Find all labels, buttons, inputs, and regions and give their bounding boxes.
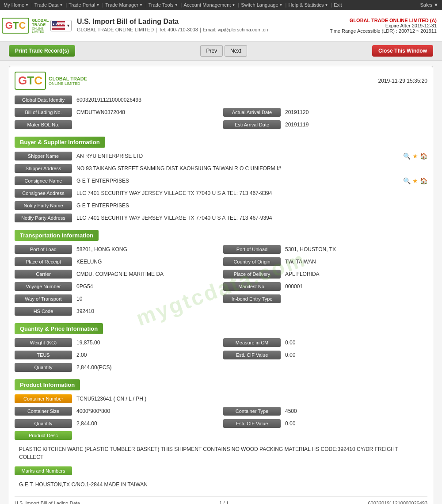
close-button[interactable]: Close This Window xyxy=(372,45,433,57)
record-header: G T C GLOBAL TRADE ONLINE LIMITED 2019-1… xyxy=(15,72,427,90)
container-size-type-row: Container Size 4000*900*800 Container Ty… xyxy=(15,406,427,416)
carrier-field: Carrier CMDU, COMPAGNIE MARITIME DA xyxy=(15,269,219,279)
consignee-search-icon[interactable]: 🔍 xyxy=(403,177,411,184)
shipper-home-icon[interactable]: 🏠 xyxy=(420,153,427,160)
place-delivery-field: Place of Delivery APL FLORIDA xyxy=(223,269,427,279)
nav-arrow: ▼ xyxy=(139,3,143,7)
nav-trade-data[interactable]: Trade Data ▼ xyxy=(34,2,63,8)
shipper-name-value: AN RYU ENTERPRISE LTD xyxy=(72,151,400,161)
prod-cif-value: 0.00 xyxy=(281,419,427,428)
nav-help-stats[interactable]: Help & Statistics ▼ xyxy=(288,2,328,8)
product-desc-label: Product Desc xyxy=(15,431,72,440)
nav-switch-lang[interactable]: Switch Language ▼ xyxy=(241,2,282,8)
country-origin-label: Country of Origin xyxy=(223,257,281,266)
port-unload-label: Port of Unload xyxy=(223,245,281,254)
nav-arrow: ▼ xyxy=(96,3,99,7)
teus-cif-row: TEUS 2.00 Esti. CIF Value 0.00 xyxy=(15,350,427,360)
country-origin-value: TW, TAIWAN xyxy=(281,257,427,267)
nav-arrow: ▼ xyxy=(25,3,29,7)
shipper-name-label: Shipper Name xyxy=(15,152,72,160)
shipper-address-row: Shipper Address NO 93 TAIKANG STREET SAN… xyxy=(15,164,427,173)
nav-trade-manager[interactable]: Trade Manager ▼ xyxy=(105,2,143,8)
shipper-search-icon[interactable]: 🔍 xyxy=(403,153,411,160)
way-transport-field: Way of Transport 10 xyxy=(15,294,219,304)
manifest-label: Manifest No. xyxy=(223,282,281,291)
teus-value: 2.00 xyxy=(72,350,219,360)
prev-button[interactable]: Prev xyxy=(200,45,223,57)
weight-label: Weight (KG) xyxy=(15,338,72,347)
materbol-estiarrival-row: Mater BOL No. Esti Arrival Date 20191119 xyxy=(15,120,427,130)
voyage-number-value: 0PG54 xyxy=(72,282,219,291)
record-footer: U.S. Import Bill of Lading Data 1 / 1 60… xyxy=(15,496,427,504)
container-number-label: Container Number xyxy=(15,394,72,403)
flag-selector[interactable]: ★★★★★★★★★★★★★★★★★★★★★★★★★★★★★★★★★★★★★★★★… xyxy=(50,20,72,31)
shipper-name-row: Shipper Name AN RYU ENTERPRISE LTD 🔍 ★ 🏠 xyxy=(15,151,427,161)
next-button[interactable]: Next xyxy=(225,45,247,57)
nav-exit[interactable]: Exit xyxy=(334,2,342,8)
nav-trade-portal[interactable]: Trade Portal ▼ xyxy=(69,2,99,8)
global-data-identity-row: Global Data Identity 6003201911210000026… xyxy=(15,95,427,105)
country-origin-field: Country of Origin TW, TAIWAN xyxy=(223,257,427,267)
place-delivery-label: Place of Delivery xyxy=(223,270,281,279)
buyer-supplier-header: Buyer & Supplier Information xyxy=(15,137,105,148)
notify-party-name-value: G E T ENTERPRISES xyxy=(72,201,427,210)
mater-bol-value xyxy=(72,123,219,126)
consignee-name-label: Consignee Name xyxy=(15,176,72,185)
consignee-star-icon[interactable]: ★ xyxy=(412,177,418,184)
bol-arrival-row: Bill of Lading No. CMDUTWN0372048 Actual… xyxy=(15,107,427,117)
expire-date: Expire After 2019-12-31 xyxy=(330,23,437,28)
measure-field: Measure in CM 0.00 xyxy=(223,338,427,347)
manifest-field: Manifest No. 000001 xyxy=(223,282,427,291)
esti-arrival-field: Esti Arrival Date 20191119 xyxy=(223,120,427,130)
nav-arrow: ▼ xyxy=(59,3,63,7)
in-bond-label: In-bond Entry Type xyxy=(223,294,281,303)
shipper-star-icon[interactable]: ★ xyxy=(412,153,418,160)
prod-quantity-cif-row: Quantity 2,844.00 Esti. CIF Value 0.00 xyxy=(15,419,427,428)
esti-arrival-value: 20191119 xyxy=(281,120,427,130)
manifest-value: 000001 xyxy=(281,282,427,291)
prod-quantity-value: 2,844.00 xyxy=(72,419,219,428)
cif-field: Esti. CIF Value 0.00 xyxy=(223,350,427,360)
nav-arrow: ▼ xyxy=(175,3,178,7)
record-datetime: 2019-11-29 15:35:20 xyxy=(378,78,427,84)
nav-account-mgmt[interactable]: Account Management ▼ xyxy=(183,2,235,8)
nav-trade-tools[interactable]: Trade Tools ▼ xyxy=(149,2,178,8)
top-navigation: My Home ▼ | Trade Data ▼ | Trade Portal … xyxy=(0,0,442,10)
notify-party-address-label: Notify Party Address xyxy=(15,214,72,222)
nav-my-home[interactable]: My Home ▼ xyxy=(4,2,29,8)
mater-bol-label: Mater BOL No. xyxy=(15,120,72,129)
in-bond-field: In-bond Entry Type xyxy=(223,294,427,304)
cif-value: 0.00 xyxy=(281,350,427,360)
shipper-address-value: NO 93 TAIKANG STREET SANMING DIST KAOHSI… xyxy=(72,164,427,173)
hs-code-row: HS Code 392410 xyxy=(15,306,427,316)
svg-rect-8 xyxy=(52,27,65,27)
voyage-number-field: Voyage Number 0PG54 xyxy=(15,282,219,291)
in-bond-value xyxy=(281,297,427,301)
carrier-value: CMDU, COMPAGNIE MARITIME DA xyxy=(72,269,219,279)
actual-arrival-field: Actual Arrival Date 20191120 xyxy=(223,107,427,117)
prod-quantity-field: Quantity 2,844.00 xyxy=(15,419,219,428)
sales-label[interactable]: Sales ▼ xyxy=(420,2,438,8)
mater-bol-field: Mater BOL No. xyxy=(15,120,219,130)
bol-label: Bill of Lading No. xyxy=(15,108,72,117)
place-receipt-label: Place of Receipt xyxy=(15,257,72,266)
pagination-buttons: Prev Next xyxy=(200,45,247,57)
place-receipt-value: KEELUNG xyxy=(72,257,219,267)
shipper-icons: 🔍 ★ 🏠 xyxy=(400,153,427,160)
place-delivery-value: APL FLORIDA xyxy=(281,269,427,279)
consignee-address-value: LLC 7401 SECURITY WAY JERSEY VILLAGE TX … xyxy=(72,188,427,198)
product-desc-row: Product Desc xyxy=(15,431,427,440)
container-number-value: TCNU5123641 ( CN / L / PH ) xyxy=(72,394,427,404)
print-button[interactable]: Print Trade Record(s) xyxy=(9,45,75,57)
page-title: U.S. Import Bill of Lading Data xyxy=(77,18,330,26)
port-unload-field: Port of Unload 5301, HOUSTON, TX xyxy=(223,244,427,254)
nav-arrow: ▼ xyxy=(279,3,283,7)
consignee-home-icon[interactable]: 🏠 xyxy=(420,177,427,184)
nav-arrow: ▼ xyxy=(232,3,235,7)
consignee-name-row: Consignee Name G E T ENTERPRISES 🔍 ★ 🏠 xyxy=(15,176,427,186)
nav-arrow: ▼ xyxy=(324,3,328,7)
svg-rect-11 xyxy=(52,28,65,29)
marks-label: Marks and Numbers xyxy=(15,466,72,475)
prod-quantity-label: Quantity xyxy=(15,419,72,428)
header-bar: G T C GLOBAL TRADE ONLINE LIMITED xyxy=(0,10,442,42)
